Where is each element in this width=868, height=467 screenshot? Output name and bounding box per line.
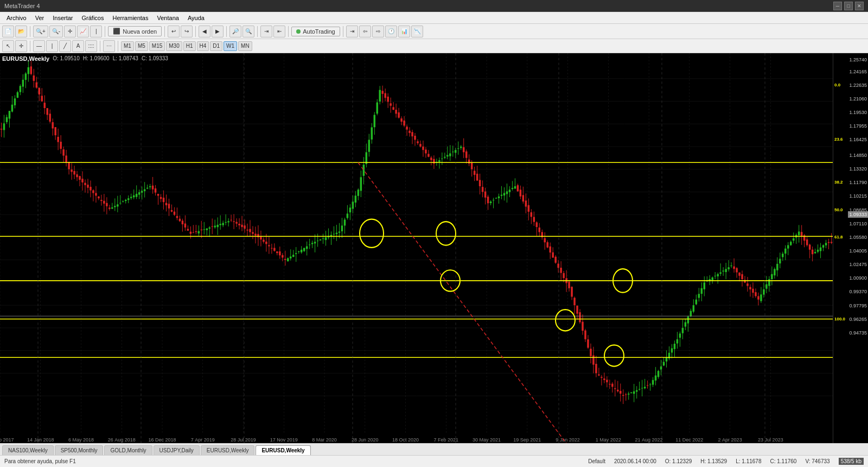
tab-gold-monthly[interactable]: GOLD,Monthly (104, 445, 152, 455)
tb-sep5 (226, 26, 227, 37)
tab-eurusd-weekly-1[interactable]: EURUSD,Weekly (201, 445, 255, 455)
price-4: 1.21060 (849, 96, 867, 102)
fib-button[interactable]: ⋯ (103, 40, 115, 52)
toolbar-extra3[interactable]: ⇨ (372, 26, 384, 37)
new-order-button[interactable]: ⬛ Nueva orden (108, 26, 162, 36)
price-15: 1.04005 (849, 248, 867, 254)
menu-herramientas[interactable]: Herramientas (108, 14, 152, 22)
price-19: 0.97795 (849, 303, 867, 308)
chart-close: C: 1.09333 (142, 55, 168, 62)
menu-ayuda[interactable]: Ayuda (183, 14, 209, 22)
tf-m30[interactable]: M30 (166, 41, 182, 51)
trendline-button[interactable]: ╱ (59, 40, 71, 52)
toolbar-extra2[interactable]: ⇦ (359, 26, 371, 37)
menu-archivo[interactable]: Archivo (2, 14, 31, 22)
chart-container: EURUSD,Weekly O: 1.09510 H: 1.09600 L: 1… (0, 53, 868, 443)
undo-button[interactable]: ↩ (168, 26, 180, 37)
price-20: 0.96265 (849, 317, 867, 322)
tb-sep1 (30, 26, 30, 37)
zoom-in-button[interactable]: 🔍+ (33, 26, 48, 37)
period-sep-button[interactable]: | (90, 26, 102, 37)
menu-bar: Archivo Ver Insertar Gráficos Herramient… (0, 12, 868, 24)
autotrading-button[interactable]: AutoTrading (291, 27, 340, 36)
toolbar-extra4[interactable]: 🕐 (385, 26, 397, 37)
tf-w1[interactable]: W1 (224, 41, 237, 51)
hline-button[interactable]: — (33, 40, 45, 52)
tb-sep6 (257, 26, 258, 37)
new-chart-button[interactable]: 📄 (2, 26, 14, 37)
status-volume: V: 746733 (805, 458, 829, 464)
maximize-button[interactable]: □ (844, 2, 853, 10)
tab-sp500-monthly[interactable]: SP500,Monthly (55, 445, 104, 455)
open-button[interactable]: 📂 (15, 26, 27, 37)
fib-label-0: 0.0 (834, 83, 840, 87)
chart-info-overlay: EURUSD,Weekly O: 1.09510 H: 1.09600 L: 1… (2, 55, 168, 62)
menu-insertar[interactable]: Insertar (48, 14, 77, 22)
redo-button[interactable]: ↪ (181, 26, 193, 37)
bar-info-badge: 538/5 kb (839, 458, 864, 465)
scroll-left-button[interactable]: ◀ (199, 26, 210, 37)
tb2-sep2 (100, 41, 100, 52)
tb2-sep3 (118, 41, 118, 52)
price-14: 1.05580 (849, 235, 867, 240)
draw-sep-button[interactable]: :::: (85, 40, 97, 52)
status-profile: Default (588, 458, 605, 464)
scroll-right-button[interactable]: ▶ (212, 26, 224, 37)
menu-graficos[interactable]: Gráficos (78, 14, 108, 22)
price-16: 1.02475 (849, 262, 867, 267)
chart-open: O: 1.09510 (53, 55, 80, 62)
tf-d1[interactable]: D1 (210, 41, 222, 51)
status-low: L: 1.11678 (736, 458, 761, 464)
price-1: 1.25740 (849, 57, 867, 62)
toolbar-extra5[interactable]: 📊 (398, 26, 410, 37)
tb-sep8 (343, 26, 343, 37)
autotrading-status-dot (296, 29, 301, 34)
tf-m15[interactable]: M15 (149, 41, 165, 51)
close-button[interactable]: ✕ (855, 2, 864, 10)
tab-nas100-weekly[interactable]: NAS100,Weekly (2, 445, 54, 455)
status-datetime: 2020.06.14 00:00 (614, 458, 656, 464)
crosshair2-button[interactable]: ✛ (15, 40, 27, 52)
tf-mn[interactable]: MN (238, 41, 252, 51)
bottom-tabs: NAS100,Weekly SP500,Monthly GOLD,Monthly… (0, 443, 868, 455)
text-button[interactable]: A (72, 40, 84, 52)
minimize-button[interactable]: ─ (833, 2, 842, 10)
chart-shift[interactable]: ⇥ (260, 26, 272, 37)
price-5: 1.19530 (849, 110, 867, 115)
tf-m1[interactable]: M1 (121, 41, 134, 51)
tab-usdjpy-daily[interactable]: USDJPY,Daily (154, 445, 200, 455)
tf-m5[interactable]: M5 (135, 41, 148, 51)
price-3: 1.22635 (849, 83, 867, 88)
toolbar2: ↖ ✛ — | ╱ A :::: ⋯ M1 M5 M15 M30 H1 H4 D… (0, 39, 868, 53)
price-10: 1.11790 (849, 180, 867, 185)
status-right: Default 2020.06.14 00:00 O: 1.12329 H: 1… (588, 458, 864, 464)
tab-eurusd-weekly-2[interactable]: EURUSD,Weekly (256, 445, 310, 455)
fib-label-382: 38.2 (834, 180, 843, 185)
window-title: MetaTrader 4 (4, 3, 40, 9)
chart-autoscroll[interactable]: ⇤ (273, 26, 285, 37)
chart-canvas[interactable] (0, 53, 833, 443)
tf-h1[interactable]: H1 (183, 41, 196, 51)
fib-label-1000: 100.0 (834, 317, 845, 321)
line-button[interactable]: 📈 (77, 26, 89, 37)
status-high: H: 1.13529 (700, 458, 727, 464)
price-18: 0.99370 (849, 289, 867, 294)
vline-button[interactable]: | (46, 40, 58, 52)
chart-main[interactable]: EURUSD,Weekly O: 1.09510 H: 1.09600 L: 1… (0, 53, 833, 443)
toolbar-extra1[interactable]: ⇥ (346, 26, 358, 37)
zoom-minus[interactable]: 🔍 (242, 26, 254, 37)
zoom-out-button[interactable]: 🔍- (49, 26, 63, 37)
crosshair-button[interactable]: ✛ (64, 26, 76, 37)
price-21: 0.94735 (849, 330, 867, 336)
toolbar-extra6[interactable]: 📉 (411, 26, 423, 37)
cursor-button[interactable]: ↖ (2, 40, 14, 52)
tf-h4[interactable]: H4 (197, 41, 209, 51)
tb-sep4 (195, 26, 196, 37)
zoom-btn[interactable]: 🔎 (229, 26, 241, 37)
menu-ventana[interactable]: Ventana (153, 14, 183, 22)
tb-sep7 (288, 26, 289, 37)
tb-sep2 (105, 26, 105, 37)
status-bar: Para obtener ayuda, pulse F1 Default 202… (0, 455, 868, 467)
price-13: 1.07110 (849, 221, 867, 226)
menu-ver[interactable]: Ver (31, 14, 49, 22)
